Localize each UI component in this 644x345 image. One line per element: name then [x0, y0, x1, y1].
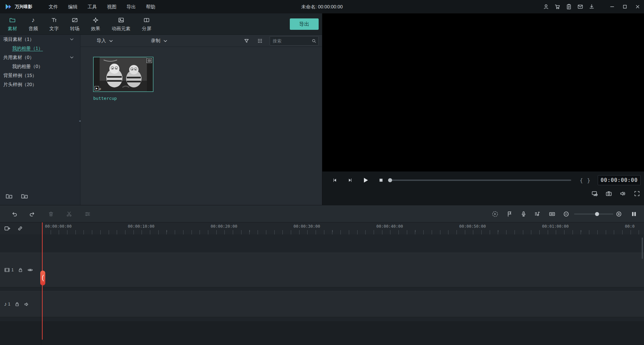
download-icon[interactable] [588, 3, 595, 10]
zoom-slider[interactable] [574, 214, 613, 214]
menu-item-tools[interactable]: 工具 [83, 0, 102, 13]
mail-icon[interactable] [577, 3, 584, 10]
link-button[interactable] [17, 225, 23, 232]
sidebar-item-my-album-project[interactable]: 我的相册（1） [0, 44, 80, 53]
tab-text[interactable]: 文字 [44, 13, 64, 34]
zoom-out-button[interactable] [560, 205, 572, 223]
tab-media[interactable]: 素材 [2, 13, 23, 34]
sidebar-item-shared-media[interactable]: 共用素材（0） [0, 53, 80, 62]
timeline-ruler[interactable]: 00:00:00:00 00:00:10:00 00:00:20:00 00:0… [41, 222, 644, 234]
tab-effects-label: 效果 [91, 26, 100, 32]
sidebar-item-my-album-shared[interactable]: 我的相册（0） [0, 62, 80, 71]
tab-audio[interactable]: ♪ 音频 [23, 13, 44, 34]
timeline-toolbar [0, 205, 644, 222]
filter-button[interactable] [244, 35, 250, 47]
tab-transition[interactable]: 转场 [64, 13, 85, 34]
speaker-icon[interactable] [24, 301, 30, 307]
video-track-header: 1 [0, 263, 41, 277]
cart-icon[interactable] [554, 3, 561, 10]
eye-icon[interactable] [27, 267, 33, 273]
video-track-lane[interactable] [0, 253, 644, 287]
media-thumbnail[interactable]: ▶p [93, 57, 153, 92]
grid-icon [257, 38, 263, 44]
chevron-down-icon [164, 40, 167, 42]
tab-text-label: 文字 [49, 26, 59, 32]
audio-track-header: ♪ 1 [0, 297, 41, 311]
menu-item-help[interactable]: 帮助 [141, 0, 160, 13]
sidebar-folder-actions [5, 193, 28, 200]
sidebar-item-label: 共用素材（0） [3, 55, 34, 60]
timeline-scrollbar[interactable] [642, 237, 643, 259]
mark-out-button[interactable]: } [585, 174, 592, 187]
search-input[interactable] [270, 39, 310, 44]
audio-mixer-button[interactable] [531, 205, 543, 223]
maximize-button[interactable] [619, 0, 631, 13]
ruler-label: 00:00:20:00 [211, 224, 237, 229]
chevron-down-icon[interactable] [70, 38, 73, 41]
play-badge-icon: ▶p [95, 86, 101, 90]
render-preview-button[interactable] [489, 205, 501, 223]
search-box [270, 36, 319, 46]
library-tab-bar: 素材 ♪ 音频 文字 转场 效果 动画元素 [0, 13, 322, 35]
sparkle-icon [92, 16, 99, 24]
export-button[interactable]: 导出 [290, 18, 319, 30]
playhead-handle[interactable] [40, 271, 45, 285]
media-item-label: buttercup [93, 96, 153, 101]
next-frame-button[interactable] [344, 174, 356, 187]
display-settings-button[interactable] [590, 189, 600, 199]
mark-in-button[interactable]: { [578, 174, 585, 187]
tab-effects[interactable]: 效果 [85, 13, 106, 34]
snapshot-button[interactable] [604, 189, 614, 199]
delete-button[interactable] [45, 205, 57, 223]
redo-button[interactable] [26, 205, 38, 223]
menu-item-export[interactable]: 导出 [121, 0, 141, 13]
sidebar-item-background-samples[interactable]: 背景样例（15） [0, 71, 80, 80]
fit-timeline-button[interactable] [546, 205, 558, 223]
zoom-in-button[interactable] [613, 205, 625, 223]
clipboard-icon[interactable] [566, 3, 572, 10]
funnel-icon [244, 38, 250, 44]
add-folder-button[interactable] [5, 193, 13, 200]
prev-frame-button[interactable] [329, 174, 340, 187]
sidebar-item-intro-samples[interactable]: 片头样例（20） [0, 80, 80, 89]
play-button[interactable] [360, 174, 371, 187]
audio-track-number: 1 [8, 302, 10, 306]
undo-button[interactable] [8, 205, 20, 223]
audio-track-lane[interactable] [0, 291, 644, 317]
sidebar-item-project-media[interactable]: 项目素材（1） [0, 35, 80, 44]
menu-item-file[interactable]: 文件 [44, 0, 63, 13]
import-dropdown[interactable]: 导入 [97, 35, 113, 47]
fullscreen-button[interactable] [632, 189, 642, 199]
scrub-bar[interactable] [388, 180, 571, 181]
track-gutter-header [0, 222, 41, 234]
record-dropdown[interactable]: 录制 [151, 35, 167, 47]
delete-folder-button[interactable] [21, 193, 28, 200]
media-toolbar: 导入 录制 [80, 35, 322, 47]
stop-button[interactable] [375, 174, 387, 187]
zoom-slider-handle[interactable] [595, 212, 599, 216]
menu-item-view[interactable]: 视图 [102, 0, 121, 13]
menu-item-edit[interactable]: 编辑 [63, 0, 83, 13]
split-button[interactable] [63, 205, 75, 223]
grid-view-button[interactable] [257, 35, 263, 47]
marker-button[interactable] [503, 205, 516, 223]
add-track-button[interactable] [4, 225, 11, 232]
frame-badge-icon [147, 58, 152, 63]
tab-split-screen[interactable]: 分屏 [136, 13, 157, 34]
account-icon[interactable] [543, 3, 549, 10]
tab-elements[interactable]: 动画元素 [106, 13, 136, 34]
chevron-down-icon[interactable] [70, 56, 73, 59]
media-item[interactable]: ▶p buttercup [93, 57, 153, 101]
scrub-handle[interactable] [388, 178, 392, 182]
voiceover-button[interactable] [518, 205, 530, 223]
minimize-button[interactable] [606, 0, 619, 13]
preview-panel: { } 00:00:00:00 [322, 13, 644, 205]
volume-button[interactable] [618, 189, 628, 199]
close-button[interactable] [631, 0, 644, 13]
search-icon[interactable] [310, 38, 318, 44]
timeline-layout-button[interactable] [628, 205, 640, 223]
lock-icon[interactable] [18, 267, 23, 273]
lock-icon[interactable] [14, 301, 20, 307]
adjust-button[interactable] [82, 205, 94, 223]
library-sidebar: 项目素材（1） 我的相册（1） 共用素材（0） 我的相册（0） 背景样例（15）… [0, 35, 80, 205]
